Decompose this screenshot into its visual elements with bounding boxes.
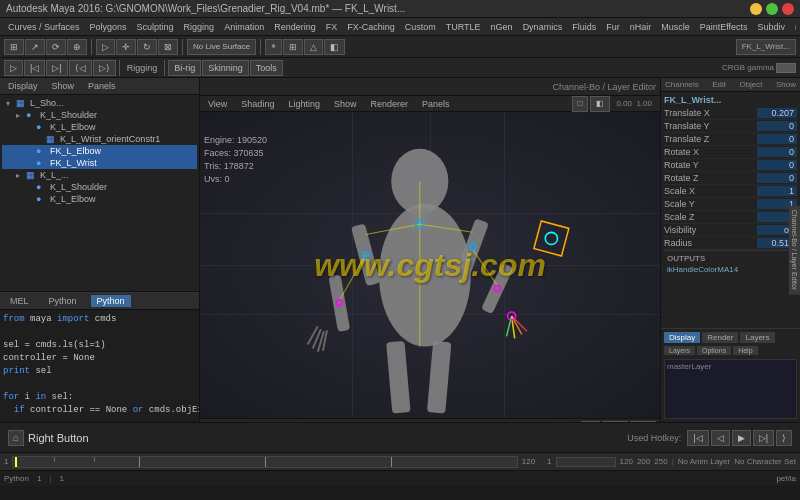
viewport-canvas[interactable]: Engine: 190520 Faces: 370635 Tris: 17887…	[200, 112, 660, 418]
tool-btn-2[interactable]: ↗	[25, 39, 45, 55]
lighting-menu[interactable]: Lighting	[284, 98, 324, 110]
tool-btn-4[interactable]: ⊕	[67, 39, 87, 55]
channel-row[interactable]: Rotate Z0	[664, 172, 797, 185]
mini-timeline[interactable]	[556, 457, 616, 467]
menu-item-9[interactable]: TURTLE	[442, 21, 485, 33]
menu-item-4[interactable]: Animation	[220, 21, 268, 33]
layers-sub-2[interactable]: Options	[697, 346, 731, 355]
channel-row[interactable]: Translate X0.207	[664, 107, 797, 120]
sec-btn-5[interactable]: ▷⟩	[93, 60, 116, 76]
disp-tab-render[interactable]: Render	[702, 332, 738, 343]
channel-row[interactable]: Scale X1	[664, 185, 797, 198]
sec-btn-6[interactable]: Bi-rig	[168, 60, 201, 76]
tree-item[interactable]: ▾▦L_Sho...	[2, 97, 197, 109]
vp-btn-2[interactable]: ◧	[590, 96, 610, 112]
pb-fwd[interactable]: ▷|	[753, 430, 774, 446]
scale-tool[interactable]: ⊠	[158, 39, 178, 55]
select-tool[interactable]: ▷	[96, 39, 115, 55]
tree-item[interactable]: ●K_L_Elbow	[2, 193, 197, 205]
channel-row[interactable]: Scale Z1	[664, 211, 797, 224]
pb-play[interactable]: ▶	[732, 430, 751, 446]
disp-tab-display[interactable]: Display	[664, 332, 700, 343]
sec-btn-7[interactable]: Skinning	[202, 60, 249, 76]
menu-item-18[interactable]: nCloth	[791, 21, 796, 33]
snap-btn-3[interactable]: △	[304, 39, 323, 55]
menu-item-11[interactable]: Dynamics	[519, 21, 567, 33]
fk-wrist-label[interactable]: FK_L_Wrist...	[736, 39, 796, 55]
pb-next[interactable]: ⟩	[776, 430, 792, 446]
color-swatch[interactable]	[776, 63, 796, 73]
tree-item[interactable]: ●FK_L_Elbow	[2, 145, 197, 157]
pb-prev[interactable]: |◁	[687, 430, 708, 446]
menu-item-6[interactable]: FX	[322, 21, 342, 33]
disp-tab-layers[interactable]: Layers	[740, 332, 774, 343]
script-content[interactable]: from maya import cmds sel = cmds.ls(sl=1…	[0, 310, 199, 418]
channel-row[interactable]: Scale Y1	[664, 198, 797, 211]
tree-item[interactable]: ▦K_L_Wrist_orientConstr1	[2, 133, 197, 145]
layers-sub-3[interactable]: Help	[733, 346, 757, 355]
menu-item-1[interactable]: Polygons	[86, 21, 131, 33]
channel-row[interactable]: Rotate Y0	[664, 159, 797, 172]
live-surface-btn[interactable]: No Live Surface	[187, 39, 256, 55]
menu-item-8[interactable]: Custom	[401, 21, 440, 33]
tree-item[interactable]: ●K_L_Shoulder	[2, 181, 197, 193]
menu-item-15[interactable]: Muscle	[657, 21, 694, 33]
menu-item-3[interactable]: Rigging	[180, 21, 219, 33]
outliner-menu-show[interactable]: Show	[48, 80, 79, 92]
shading-menu[interactable]: Shading	[237, 98, 278, 110]
menu-item-7[interactable]: FX-Caching	[343, 21, 399, 33]
menu-item-2[interactable]: Sculpting	[133, 21, 178, 33]
menu-item-16[interactable]: PaintEffects	[696, 21, 752, 33]
tool-btn-1[interactable]: ⊞	[4, 39, 24, 55]
menu-item-5[interactable]: Rendering	[270, 21, 320, 33]
pb-back[interactable]: ◁	[711, 430, 730, 446]
render-btn[interactable]: ◧	[324, 39, 345, 55]
window-controls[interactable]	[750, 3, 794, 15]
vp-bottom-btn2[interactable]: ◀◀	[602, 421, 628, 423]
tree-item[interactable]: ▸●K_L_Shoulder	[2, 109, 197, 121]
snap-btn-1[interactable]: ⌖	[265, 39, 282, 55]
panels-menu[interactable]: Panels	[418, 98, 454, 110]
script-tab-python1[interactable]: Python	[43, 295, 83, 307]
renderer-menu[interactable]: Renderer	[366, 98, 412, 110]
outliner-menu-panels[interactable]: Panels	[84, 80, 120, 92]
sec-btn-8[interactable]: Tools	[250, 60, 283, 76]
rotate-tool[interactable]: ↻	[137, 39, 157, 55]
menu-item-12[interactable]: Fluids	[568, 21, 600, 33]
move-tool[interactable]: ✛	[116, 39, 136, 55]
menu-item-17[interactable]: Subdiv	[754, 21, 790, 33]
tree-item[interactable]: ●FK_L_Wrist	[2, 157, 197, 169]
tool-btn-3[interactable]: ⟳	[46, 39, 66, 55]
layers-sub-1[interactable]: Layers	[664, 346, 695, 355]
tree-item[interactable]: ▸▦K_L_...	[2, 169, 197, 181]
home-icon[interactable]: ⌂	[8, 430, 24, 446]
view-menu[interactable]: View	[204, 98, 231, 110]
menu-item-0[interactable]: Curves / Surfaces	[4, 21, 84, 33]
vp-btn-1[interactable]: □	[572, 96, 589, 112]
script-tab-mel[interactable]: MEL	[4, 295, 35, 307]
snap-btn-2[interactable]: ⊞	[283, 39, 303, 55]
menu-item-14[interactable]: nHair	[626, 21, 656, 33]
channel-row[interactable]: Translate Z0	[664, 133, 797, 146]
minimize-button[interactable]	[750, 3, 762, 15]
sec-btn-2[interactable]: |◁	[24, 60, 45, 76]
close-button[interactable]	[782, 3, 794, 15]
vp-bottom-btn3[interactable]: ▶▶	[630, 421, 656, 423]
channel-row[interactable]: Radius0.519	[664, 237, 797, 250]
channel-row[interactable]: Rotate X0	[664, 146, 797, 159]
channel-row[interactable]: Visibilityon	[664, 224, 797, 237]
sec-btn-1[interactable]: ▷	[4, 60, 23, 76]
script-tab-python2[interactable]: Python	[91, 295, 131, 307]
sec-btn-4[interactable]: ⟨◁	[69, 60, 92, 76]
right-side-tab[interactable]: Channel-Bo / Layer Editor	[789, 206, 800, 295]
channel-row[interactable]: Translate Y0	[664, 120, 797, 133]
vp-bottom-btn1[interactable]: ▶	[581, 421, 600, 423]
show-menu[interactable]: Show	[330, 98, 361, 110]
sec-btn-3[interactable]: ▷|	[46, 60, 67, 76]
outliner-menu-display[interactable]: Display	[4, 80, 42, 92]
maximize-button[interactable]	[766, 3, 778, 15]
menu-item-10[interactable]: nGen	[487, 21, 517, 33]
tree-item[interactable]: ●K_L_Elbow	[2, 121, 197, 133]
menu-item-13[interactable]: Fur	[602, 21, 624, 33]
timeline-track[interactable]	[12, 456, 517, 468]
